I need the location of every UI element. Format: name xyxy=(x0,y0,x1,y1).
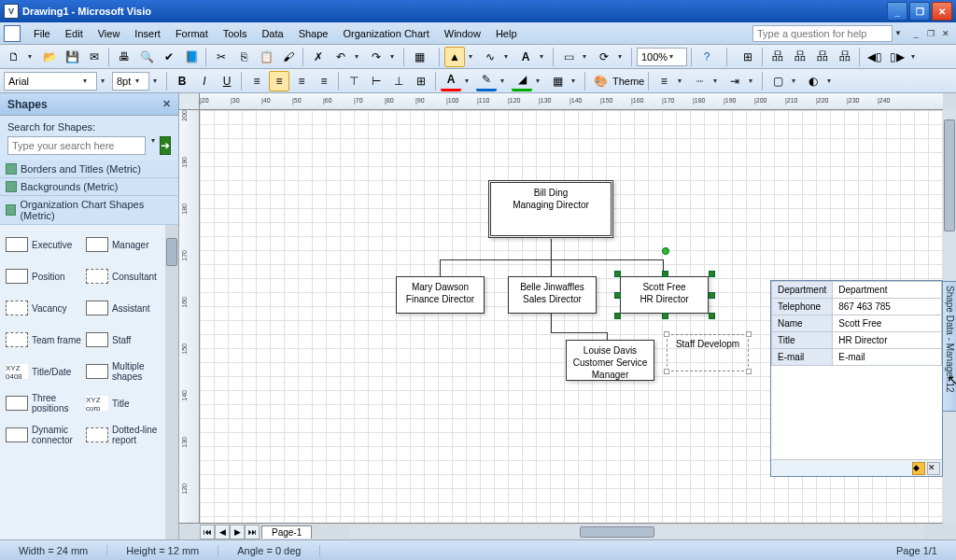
email-button[interactable]: ✉ xyxy=(84,47,105,67)
shadow-button[interactable]: ▦ xyxy=(547,71,568,91)
org-layout4-button[interactable]: 品 xyxy=(835,47,855,67)
zoom-dropdown-icon[interactable]: ▾ xyxy=(669,52,679,61)
org-box-hr-director[interactable]: Scott Free HR Director xyxy=(620,276,709,314)
align-right-button[interactable]: ≡ xyxy=(291,71,312,91)
mdi-close-button[interactable]: ✕ xyxy=(939,27,952,40)
menu-format[interactable]: Format xyxy=(168,26,216,41)
horizontal-scrollbar[interactable] xyxy=(349,525,924,539)
shape-dotted-line-report[interactable]: Dotted-line report xyxy=(84,419,164,451)
transparency-button[interactable]: ◐ xyxy=(803,71,823,91)
menu-tools[interactable]: Tools xyxy=(216,26,255,41)
redo-button[interactable]: ↷ xyxy=(366,47,387,67)
menu-shape[interactable]: Shape xyxy=(291,26,336,41)
shape-title-date[interactable]: XYZ0408Title/Date xyxy=(4,356,84,387)
shape-data-tab[interactable]: Shape Data - Manager.12 xyxy=(942,281,956,412)
delete-button[interactable]: ✗ xyxy=(308,47,329,67)
print-preview-button[interactable]: 🔍 xyxy=(136,47,157,67)
connector-dropdown-icon[interactable]: ▾ xyxy=(504,52,513,61)
menu-window[interactable]: Window xyxy=(437,26,488,41)
org-box-dotted-staff-development[interactable]: Staff Developm xyxy=(667,334,749,371)
hscroll-thumb[interactable] xyxy=(580,526,654,538)
undo-button[interactable]: ↶ xyxy=(330,47,351,67)
org-layout1-button[interactable]: 品 xyxy=(767,47,788,67)
visio-icon[interactable] xyxy=(4,25,21,42)
underline-button[interactable]: U xyxy=(217,71,237,91)
resize-handle-se[interactable] xyxy=(709,313,715,319)
mdi-restore-button[interactable]: ❐ xyxy=(924,27,937,40)
shape-three-positions[interactable]: Three positions xyxy=(4,387,84,419)
menu-edit[interactable]: Edit xyxy=(58,26,91,41)
align-center-button[interactable]: ≡ xyxy=(269,71,289,91)
connector[interactable] xyxy=(551,332,607,333)
ruler-horizontal[interactable]: |20|30|40|50|60|70|80|90|100|110|120|130… xyxy=(200,93,943,110)
text-tool-dropdown-icon[interactable]: ▾ xyxy=(540,52,549,61)
menu-help[interactable]: Help xyxy=(488,26,525,41)
shapes-scrollbar[interactable] xyxy=(165,225,178,539)
shape-team-frame[interactable]: Team frame xyxy=(4,324,84,356)
resize-handle-sw[interactable] xyxy=(614,313,621,319)
size-dropdown-icon[interactable]: ▾ xyxy=(135,77,145,85)
align-justify-button[interactable]: ≡ xyxy=(314,71,334,91)
zoom-combo[interactable]: 100%▾ xyxy=(637,48,687,66)
shape-consultant[interactable]: Consultant xyxy=(84,260,164,292)
org-toolbar-overflow-icon[interactable]: ▾ xyxy=(911,52,921,61)
line-ends-dropdown-icon[interactable]: ▾ xyxy=(749,77,758,85)
org-moveleft-button[interactable]: ◀▯ xyxy=(865,47,885,67)
shapes-panel-close-button[interactable]: ✕ xyxy=(162,98,171,110)
rotate-handle[interactable] xyxy=(662,247,669,255)
connector[interactable] xyxy=(551,239,552,259)
line-weight-button[interactable]: ≡ xyxy=(654,71,674,91)
research-button[interactable]: 📘 xyxy=(181,47,202,67)
org-box-finance-director[interactable]: Mary Dawson Finance Director xyxy=(396,276,485,314)
tab-last-button[interactable]: ⏭ xyxy=(245,525,260,539)
text-tool-button[interactable]: A xyxy=(515,47,536,67)
resize-handle-ne[interactable] xyxy=(709,271,715,277)
transparency-dropdown-icon[interactable]: ▾ xyxy=(827,77,836,85)
shapes-search-go-button[interactable]: ➜ xyxy=(160,136,171,155)
shapes-search-dropdown-icon[interactable]: ▾ xyxy=(151,136,156,155)
undo-dropdown-icon[interactable]: ▾ xyxy=(355,52,364,61)
org-box-sales-director[interactable]: Belle Jinwaffles Sales Director xyxy=(508,276,597,314)
close-button[interactable]: ✕ xyxy=(932,2,952,21)
resize-handle-nw[interactable] xyxy=(614,271,621,277)
redo-dropdown-icon[interactable]: ▾ xyxy=(390,52,400,61)
align-left-button[interactable]: ≡ xyxy=(246,71,267,91)
menu-file[interactable]: File xyxy=(26,26,58,41)
font-dropdown-icon[interactable]: ▾ xyxy=(83,77,92,85)
shape-data-value[interactable]: E-mail xyxy=(833,349,942,366)
tab-next-button[interactable]: ▶ xyxy=(230,525,245,539)
cut-button[interactable]: ✂ xyxy=(211,47,232,67)
corners-button[interactable]: ▢ xyxy=(767,71,788,91)
resize-handle-s[interactable] xyxy=(662,313,668,319)
new-dropdown-icon[interactable]: ▾ xyxy=(28,52,37,61)
help-button[interactable]: ? xyxy=(696,47,717,67)
distribute-button[interactable]: ⊞ xyxy=(411,71,431,91)
org-layout3-button[interactable]: 品 xyxy=(812,47,833,67)
line-color-button[interactable]: ✎ xyxy=(476,71,497,91)
pointer-dropdown-icon[interactable]: ▾ xyxy=(469,52,478,61)
resize-handle-e[interactable] xyxy=(709,292,715,299)
font-color-dropdown-icon[interactable]: ▾ xyxy=(465,77,474,85)
maximize-button[interactable]: ❐ xyxy=(909,2,930,21)
fill-color-button[interactable]: ◢ xyxy=(512,71,532,91)
shape-data-value[interactable]: 867 463 785 xyxy=(833,299,942,315)
shapes-window-button[interactable]: ▦ xyxy=(409,47,429,67)
shape-data-value[interactable]: Scott Free xyxy=(833,315,942,332)
line-pattern-button[interactable]: ┈ xyxy=(689,71,710,91)
stencil-borders-titles[interactable]: Borders and Titles (Metric) xyxy=(0,161,178,178)
shape-multiple-shapes[interactable]: Multiple shapes xyxy=(84,356,164,387)
rotate-tool-button[interactable]: ⟳ xyxy=(594,47,614,67)
shape-data-pane[interactable]: Shape Data - Manager.12 DepartmentDepart… xyxy=(770,280,943,477)
stencil-org-chart-shapes[interactable]: Organization Chart Shapes (Metric) xyxy=(0,196,178,225)
align-middle-button[interactable]: ⊢ xyxy=(366,71,387,91)
org-box-managing-director[interactable]: Bill Ding Managing Director xyxy=(488,180,613,238)
line-weight-dropdown-icon[interactable]: ▾ xyxy=(678,77,687,85)
rectangle-tool-button[interactable]: ▭ xyxy=(558,47,579,67)
connector[interactable] xyxy=(440,259,441,276)
shapes-search-input[interactable] xyxy=(7,136,146,155)
theme-label[interactable]: Theme xyxy=(612,76,644,87)
paste-button[interactable]: 📋 xyxy=(256,47,276,67)
connector[interactable] xyxy=(607,332,608,340)
shape-assistant[interactable]: Assistant xyxy=(84,292,164,324)
shape-data-action-icon[interactable]: ◆ xyxy=(912,462,925,475)
